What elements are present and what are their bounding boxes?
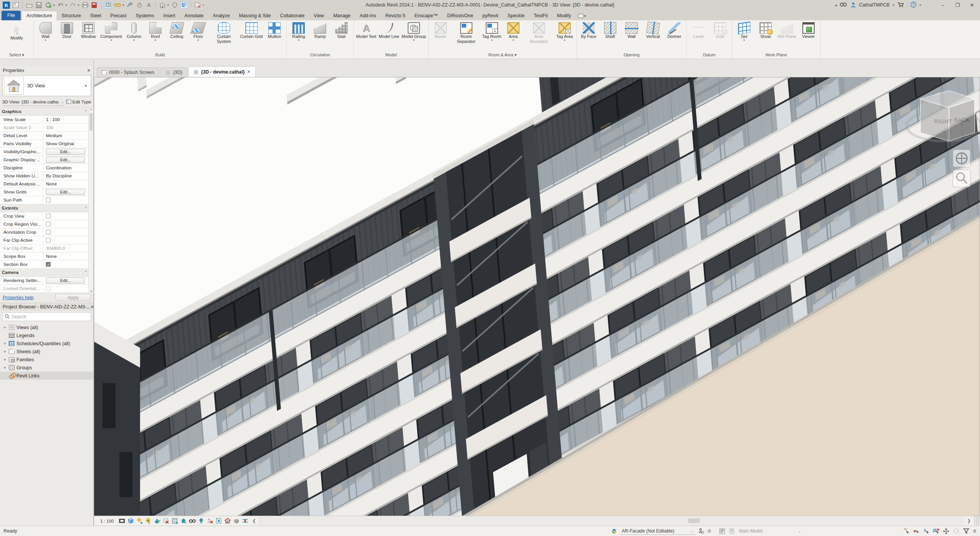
design-option-select[interactable]: Main Model⌄ <box>738 527 803 535</box>
browser-search-input[interactable] <box>11 314 89 320</box>
tab-precast[interactable]: Precast <box>106 11 131 20</box>
tree-item-families[interactable]: +Families <box>0 356 93 364</box>
edit-type-button[interactable]: Edit Type <box>66 99 91 105</box>
prop-row-view-scale[interactable]: View Scale1 : 100 <box>0 116 93 124</box>
drawing-area[interactable]: RIGHT BACK <box>94 77 980 516</box>
section-camera[interactable]: Camera⌃ <box>0 269 93 277</box>
rendering-settings-edit-button[interactable]: Edit... <box>46 277 85 284</box>
select-underlay-icon[interactable] <box>913 528 920 535</box>
close-view-tab-icon[interactable]: ✕ <box>247 69 250 74</box>
view-tab-splash-screen[interactable]: 0000 - Splash Screen <box>97 67 159 77</box>
tab-steel[interactable]: Steel <box>86 11 106 20</box>
properties-scrollbar[interactable]: ▲▼ <box>88 108 93 293</box>
tab-architecture[interactable]: Architecture <box>21 11 57 20</box>
properties-header[interactable]: Properties ✕ <box>0 66 93 74</box>
component-button[interactable]: Component▾ <box>99 21 123 42</box>
show-grids-edit-button[interactable]: Edit... <box>46 189 85 195</box>
scrollbar-thumb[interactable] <box>688 518 700 523</box>
tree-item-legends[interactable]: Legends <box>0 331 93 339</box>
dormer-opening-button[interactable]: Dormer <box>664 21 685 39</box>
design-options-icon[interactable] <box>719 528 726 535</box>
roof-button[interactable]: Roof▾ <box>145 21 166 42</box>
restore-button[interactable]: ❐ <box>952 2 963 8</box>
horizontal-scrollbar[interactable] <box>259 516 964 526</box>
view-control-bar-collapse-icon[interactable]: ❮ <box>250 518 258 523</box>
prop-row-discipline[interactable]: DisciplineCoordination <box>0 164 93 172</box>
section-graphics[interactable]: Graphics⌃ <box>0 108 93 116</box>
active-workset-select[interactable]: AR-Facade (Not Editable)⌄ <box>620 527 695 535</box>
tag-area-button[interactable]: Tag Area▾ <box>554 21 575 42</box>
tab-systems[interactable]: Systems <box>131 11 158 20</box>
crop-view-checkbox[interactable] <box>46 214 51 218</box>
area-boundary-button[interactable]: Area Boundary <box>524 21 554 44</box>
section-extents[interactable]: Extents⌃ <box>0 204 93 212</box>
analytical-model-icon[interactable] <box>224 517 231 525</box>
tab-pyrevit[interactable]: pyRevit <box>478 11 503 20</box>
ramp-button[interactable]: Ramp <box>309 21 331 39</box>
tab-structure[interactable]: Structure <box>57 11 86 20</box>
crop-view-icon[interactable] <box>162 517 170 525</box>
temporary-view-properties-icon[interactable] <box>215 517 222 525</box>
tab-file[interactable]: File <box>2 11 21 20</box>
user-dropdown[interactable]: ▾ <box>893 3 894 7</box>
prop-row-scope-box[interactable]: Scope BoxNone <box>0 252 93 261</box>
model-line-button[interactable]: Model Line <box>377 21 400 39</box>
sun-path-checkbox[interactable] <box>46 198 51 202</box>
tab-dirootsone[interactable]: DiRootsOne <box>443 11 478 20</box>
drag-on-selection-icon[interactable] <box>942 528 950 535</box>
room-button[interactable]: Room <box>430 21 451 39</box>
app-store-cart-icon[interactable] <box>897 2 904 8</box>
door-button[interactable]: Door <box>56 21 78 39</box>
panel-label-select[interactable]: Select ▾ <box>0 52 33 59</box>
section-icon[interactable] <box>136 2 143 9</box>
viewer-button[interactable]: Viewer <box>798 21 819 39</box>
open-folder-icon[interactable] <box>25 2 33 9</box>
home-icon[interactable] <box>158 2 166 9</box>
mullion-button[interactable]: Mullion <box>264 21 285 39</box>
temporary-hide-isolate-icon[interactable] <box>189 517 196 525</box>
displacement-sets-icon[interactable] <box>233 517 240 525</box>
pin-icon[interactable] <box>104 2 112 9</box>
annotation-crop-checkbox[interactable] <box>46 230 51 234</box>
type-selector-dropdown-icon[interactable]: ▼ <box>84 84 91 88</box>
scroll-right-icon[interactable]: ❯ <box>965 518 973 523</box>
curtain-grid-button[interactable]: Curtain Grid <box>239 21 264 39</box>
print-icon[interactable] <box>81 2 89 9</box>
tab-add-ins[interactable]: Add-Ins <box>355 11 381 20</box>
text-icon[interactable]: A <box>145 2 153 9</box>
view-tab-3d[interactable]: {3D} <box>160 67 187 77</box>
opening-by-face-button[interactable]: By Face <box>578 21 599 39</box>
tab-view[interactable]: View <box>309 11 329 20</box>
tag-room-button[interactable]: Tag Room▾ <box>481 21 503 42</box>
tree-item-schedules[interactable]: +Schedules/Quantities (all) <box>0 339 93 347</box>
locked-orientation-checkbox[interactable] <box>46 286 51 291</box>
room-separator-button[interactable]: Room Separator <box>451 21 481 44</box>
tab-revizto[interactable]: Revizto 5 <box>381 11 410 20</box>
help-dropdown[interactable]: ▾ <box>920 3 921 7</box>
scale-button[interactable]: 1 : 100 <box>97 519 117 523</box>
selection-ring-icon[interactable] <box>952 528 960 535</box>
wall-opening-button[interactable]: Wall <box>621 21 642 39</box>
undo-icon[interactable] <box>57 2 64 9</box>
section-box-checkbox[interactable] <box>46 262 51 267</box>
tree-item-revit-links[interactable]: Revit Links <box>0 372 93 380</box>
document-icon[interactable] <box>12 2 20 9</box>
reveal-constraints-icon[interactable] <box>242 517 249 525</box>
worksharing-display-icon[interactable] <box>206 517 214 525</box>
filter-icon[interactable] <box>962 528 970 535</box>
graphic-display-edit-button[interactable]: Edit... <box>46 157 85 163</box>
stair-button[interactable]: Stair <box>331 21 352 39</box>
help-icon[interactable]: ? <box>910 2 916 9</box>
zoom-button[interactable] <box>953 169 970 187</box>
infocenter-back-icon[interactable]: ◂ <box>835 3 837 7</box>
view-tab-3d-devine-cathal[interactable]: {3D - devine.cathal} ✕ <box>188 66 255 77</box>
vertical-opening-button[interactable]: Vertical <box>642 21 664 39</box>
shadows-icon[interactable] <box>145 517 152 525</box>
floor-button[interactable]: Floor▾ <box>188 21 209 42</box>
transfer-icon[interactable] <box>91 2 98 9</box>
grid-button[interactable]: Grid <box>709 21 731 39</box>
far-clip-active-checkbox[interactable] <box>46 238 51 243</box>
resize-grip[interactable] <box>974 516 980 526</box>
tab-enscape[interactable]: Enscape™ <box>410 11 443 20</box>
home-dropdown[interactable]: ▾ <box>167 3 169 7</box>
